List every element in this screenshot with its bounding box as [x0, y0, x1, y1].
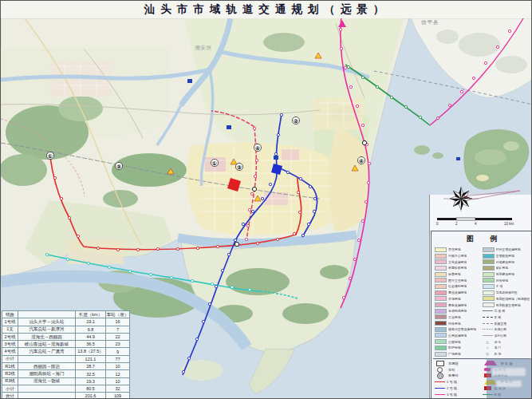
station-dot [419, 116, 421, 118]
table-cell: 10 [106, 377, 130, 385]
legend-item-label: 特殊绿地 [496, 279, 509, 282]
station-dot [221, 269, 223, 271]
station-dot [472, 77, 475, 79]
legend-swatch-fill-icon [435, 333, 447, 338]
badge: ④ [357, 156, 365, 164]
station-dot [66, 258, 69, 260]
table-cell: 19.3 [76, 377, 106, 385]
legend-item: 行政办公用地 [435, 253, 483, 259]
legend-item-label: 商务设施用地 [448, 303, 467, 307]
legend-item: 特殊绿地 [483, 277, 530, 283]
badge: ② [292, 117, 299, 124]
station-dot [299, 177, 301, 180]
legend-item-label: 1 号 线 [447, 380, 457, 384]
badge: ④ [254, 144, 261, 151]
table-cell [18, 385, 76, 392]
legend-swatch-fill-icon [435, 327, 447, 332]
legend-swatch-fill-icon [435, 259, 447, 264]
legend-item: 商务设施用地 [435, 302, 483, 308]
station-dot [60, 197, 62, 200]
legend-item: 换乘站 [435, 373, 483, 379]
scale-tick: 0 [436, 222, 439, 226]
legend-swatch-fill-icon [483, 254, 495, 259]
legend-item-label: 2 号 线 [447, 386, 457, 390]
line-summary-table: 线路长度（km）车站（座） 1号线汕头大学～汕头站19.1161支汽车总站～新津… [2, 310, 130, 399]
station-dot [253, 127, 255, 129]
station-dot [361, 124, 364, 126]
legend-swatch-fill-icon [435, 284, 447, 289]
station-dot [365, 200, 367, 203]
station-dot [128, 270, 131, 272]
table-header-cell [18, 311, 76, 318]
legend-swatch-line-icon [435, 381, 445, 382]
legend-item: 1 号 线 [435, 379, 483, 385]
legend-item-label: 社会福利用地 [448, 284, 467, 288]
legend-item: △码 头 [483, 338, 530, 345]
station-dot [251, 210, 254, 212]
legend-item-label: 行政办公用地 [448, 254, 467, 258]
legend-swatch-line-icon [483, 335, 493, 336]
legend-swatch-dot-icon [483, 329, 493, 330]
legend-item-label: 水 域 [496, 284, 503, 288]
legend-item: 道路与交通设施用地 [435, 326, 483, 333]
station-dot [390, 96, 392, 98]
legend-item-label: 工业用地 [448, 315, 461, 319]
station-dot [231, 286, 233, 288]
legend-item: 水 域 [483, 283, 530, 290]
station-dot [242, 223, 244, 225]
legend-swatch-fill-icon [435, 272, 447, 277]
label-raoping-county: 饶平县 [421, 19, 439, 26]
legend-swatch-fill-icon [483, 278, 495, 282]
legend-item: 采矿用地 [483, 265, 530, 271]
legend-swatch-fill-icon [435, 321, 447, 326]
table-cell: 80.5 [76, 385, 106, 392]
title-bar: 汕头市市域轨道交通规划（远景） [1, 1, 532, 18]
legend-item-label: 疏港公路 [495, 327, 507, 331]
watermark-text-blur [492, 368, 526, 376]
station-dot [339, 28, 341, 30]
svg-text:②: ② [294, 118, 298, 124]
table-cell: 汽车总站～广澳湾 [18, 348, 76, 355]
table-cell: 合计 [2, 393, 18, 399]
table-cell: 12 [106, 370, 130, 377]
station-dot [211, 282, 213, 285]
table-row: R1线西丽园～陈店28.710 [2, 363, 130, 370]
station-dot [309, 185, 311, 188]
station-dot [149, 273, 152, 275]
legend-item: 广场用地 [435, 351, 483, 358]
legend-item: 疏港公路 [483, 326, 530, 333]
station-dot [45, 253, 48, 255]
legend-item: ○港 口 [483, 345, 530, 351]
station-dot [202, 320, 204, 322]
station-dot [484, 61, 487, 64]
badge: ③ [115, 162, 122, 169]
compass-needle [463, 191, 520, 200]
legend-swatch-fill-icon [483, 272, 495, 277]
table-cell: 121.1 [76, 355, 106, 362]
legend-item-label: 教育科研用地 [448, 266, 467, 270]
station-dot [182, 370, 184, 373]
svg-text:①: ① [48, 153, 53, 159]
legend-item-label: 仓储物流用地 [448, 309, 467, 313]
legend-item-label: 体育用地 [448, 272, 461, 276]
legend-swatch-fill-icon [483, 290, 495, 295]
station-dot [349, 85, 352, 88]
table-cell: 16 [106, 318, 130, 326]
table-cell: 4号线 [2, 348, 18, 355]
station-dot [116, 248, 119, 251]
label-chaoan-district: 潮安区 [195, 45, 213, 52]
legend-swatch-fill-icon [435, 346, 447, 350]
legend-item: 乡村公路 [483, 333, 530, 339]
station-dot [367, 181, 369, 184]
legend-item-label: 商业设施用地 [448, 290, 467, 294]
legend-swatch-fill-icon [483, 266, 495, 271]
station-dot [261, 197, 263, 200]
table-cell: 潮阳高铁站～海门 [18, 370, 76, 377]
legend-item: 文化设施用地 [435, 259, 483, 265]
legend-swatch-fill-icon [483, 302, 495, 307]
legend-item-label: 码 头 [495, 340, 502, 344]
station-dot [448, 104, 451, 106]
station-dot [313, 210, 315, 212]
station-dot [208, 302, 211, 305]
station-dot [353, 258, 356, 260]
